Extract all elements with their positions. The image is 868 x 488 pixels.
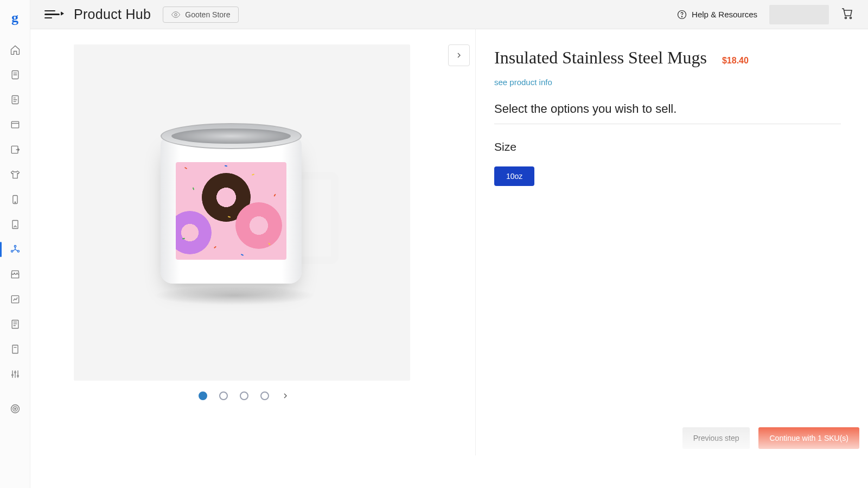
size-label: Size: [494, 140, 841, 153]
svg-rect-6: [12, 221, 18, 229]
svg-rect-2: [11, 121, 18, 128]
header-placeholder[interactable]: [769, 5, 829, 24]
nav-calc-icon[interactable]: [9, 343, 22, 356]
svg-point-16: [11, 405, 19, 413]
preview-next-button[interactable]: [448, 44, 470, 66]
svg-point-23: [850, 17, 852, 18]
help-link[interactable]: Help & Resources: [677, 10, 757, 20]
svg-point-13: [11, 374, 13, 376]
svg-point-7: [14, 246, 16, 247]
product-price: $18.40: [722, 56, 749, 66]
size-chip-10oz[interactable]: 10oz: [494, 166, 534, 186]
nav-export-icon[interactable]: [9, 143, 22, 156]
menu-toggle-icon[interactable]: [44, 10, 62, 19]
logo: g: [11, 10, 18, 26]
svg-point-21: [682, 16, 682, 17]
nav-billing-icon[interactable]: [9, 318, 22, 331]
config-panel: Insulated Stainless Steel Mugs $18.40 se…: [475, 29, 868, 455]
svg-point-14: [14, 371, 16, 373]
carousel-dots: [199, 391, 464, 400]
svg-point-5: [15, 202, 16, 203]
svg-rect-11: [12, 320, 18, 329]
topbar: Product Hub Gooten Store Help & Resource…: [30, 0, 868, 29]
preview-panel: [30, 29, 475, 455]
nav-tag-icon[interactable]: [9, 218, 22, 231]
page-title: Product Hub: [74, 7, 151, 22]
carousel-dot-2[interactable]: [219, 391, 228, 400]
continue-button[interactable]: Continue with 1 SKU(s): [758, 427, 859, 449]
carousel-dot-1[interactable]: [199, 391, 207, 400]
svg-point-9: [17, 251, 19, 252]
footer-actions: Previous step Continue with 1 SKU(s): [682, 427, 859, 455]
sidebar-rail: g: [0, 0, 30, 488]
store-selector[interactable]: Gooten Store: [163, 7, 238, 23]
svg-point-18: [14, 408, 16, 410]
nav-hub-icon[interactable]: [9, 243, 22, 256]
svg-point-8: [11, 251, 12, 252]
nav-home-icon[interactable]: [9, 43, 22, 56]
svg-point-17: [12, 407, 17, 411]
select-instruction: Select the options you wish to sell.: [494, 102, 841, 124]
product-info-link[interactable]: see product info: [494, 78, 552, 87]
nav-analytics-icon[interactable]: [9, 293, 22, 306]
nav-apparel-icon[interactable]: [9, 168, 22, 181]
svg-point-22: [845, 17, 847, 18]
nav-store-icon[interactable]: [9, 268, 22, 281]
previous-step-button[interactable]: Previous step: [682, 427, 750, 449]
content: Insulated Stainless Steel Mugs $18.40 se…: [30, 29, 868, 488]
nav-inventory-icon[interactable]: [9, 118, 22, 131]
nav-phone-icon[interactable]: [9, 193, 22, 206]
mug-mockup: [150, 123, 334, 302]
carousel-dot-3[interactable]: [240, 391, 248, 400]
nav-sliders-icon[interactable]: [9, 368, 22, 381]
product-preview: [74, 44, 410, 381]
cart-icon[interactable]: [841, 7, 854, 22]
nav-orders-icon[interactable]: [9, 68, 22, 81]
nav-target-icon[interactable]: [9, 402, 22, 415]
nav-docs-icon[interactable]: [9, 93, 22, 106]
carousel-next-icon[interactable]: [281, 391, 290, 400]
help-label: Help & Resources: [692, 10, 757, 19]
product-title: Insulated Stainless Steel Mugs: [494, 48, 707, 68]
carousel-dot-4[interactable]: [260, 391, 269, 400]
store-label: Gooten Store: [185, 10, 230, 19]
svg-point-15: [17, 375, 18, 377]
svg-point-19: [175, 13, 177, 16]
